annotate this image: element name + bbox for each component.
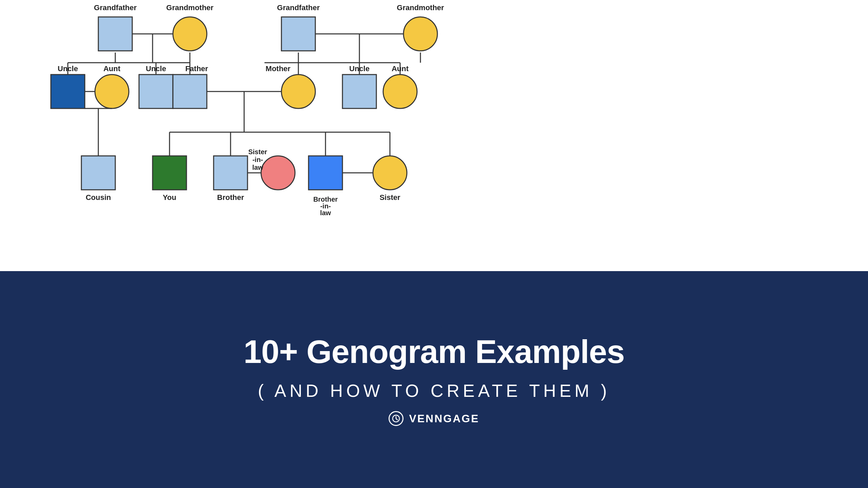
- grandfather-paternal-shape: [98, 17, 132, 51]
- grandmother-maternal-label: Grandmother: [397, 3, 444, 12]
- svg-text:-in-: -in-: [252, 156, 263, 163]
- svg-line-35: [396, 419, 397, 420]
- bottom-banner: 10+ Genogram Examples ( AND HOW TO CREAT…: [0, 271, 868, 488]
- aunt-right-label: Aunt: [392, 64, 409, 73]
- sister-in-law-shape: [261, 156, 295, 190]
- grandfather-paternal-label: Grandfather: [94, 3, 137, 12]
- sister-in-law-label: Sister: [248, 148, 267, 156]
- aunt-left-label: Aunt: [103, 64, 121, 73]
- brother-in-law-shape: [309, 156, 342, 190]
- svg-text:-in-: -in-: [320, 202, 331, 210]
- brand-name: VENNGAGE: [409, 412, 479, 425]
- main-title: 10+ Genogram Examples: [243, 333, 625, 370]
- grandmother-paternal-shape: [173, 17, 207, 51]
- grandmother-paternal-label: Grandmother: [166, 3, 214, 12]
- uncle-left-label: Uncle: [58, 64, 78, 73]
- uncle-right-shape: [342, 75, 376, 108]
- you-shape: [153, 156, 186, 190]
- you-label: You: [163, 193, 176, 202]
- sister-label: Sister: [379, 193, 400, 202]
- aunt-right-shape: [383, 75, 417, 108]
- cousin-label: Cousin: [86, 193, 111, 202]
- grandfather-maternal-shape: [281, 17, 315, 51]
- brother-label: Brother: [217, 193, 244, 202]
- grandmother-maternal-shape: [403, 17, 437, 51]
- uncle-mid-label: Uncle: [146, 64, 166, 73]
- brother-shape: [214, 156, 248, 190]
- mother-label: Mother: [265, 64, 291, 73]
- uncle-right-label: Uncle: [349, 64, 370, 73]
- subtitle: ( AND HOW TO CREATE THEM ): [258, 381, 610, 401]
- cousin-shape: [81, 156, 115, 190]
- grandfather-maternal-label: Grandfather: [277, 3, 320, 12]
- genogram-section: Grandfather Grandmother Grandfather Gran…: [0, 0, 868, 271]
- svg-text:law: law: [252, 164, 263, 171]
- uncle-mid-shape: [139, 75, 173, 108]
- brother-in-law-label: Brother: [313, 196, 338, 203]
- aunt-left-shape: [95, 75, 129, 108]
- father-shape: [173, 75, 207, 108]
- father-label: Father: [185, 64, 208, 73]
- mother-shape: [281, 75, 315, 108]
- brand-container: VENNGAGE: [389, 411, 479, 426]
- uncle-left-shape: [51, 75, 85, 108]
- brand-icon: [389, 411, 403, 426]
- sister-shape: [373, 156, 407, 190]
- svg-text:law: law: [320, 209, 331, 217]
